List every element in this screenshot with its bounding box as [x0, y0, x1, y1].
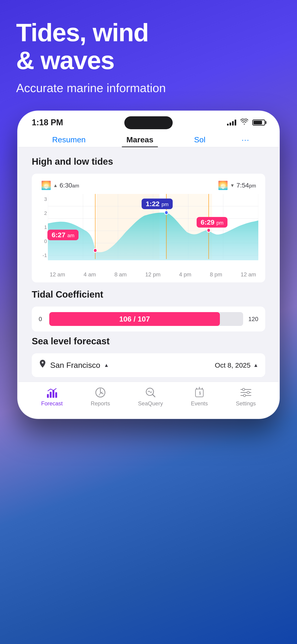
- hero-subtitle: Accurate marine information: [16, 81, 166, 95]
- time-4pm: 4 pm: [179, 271, 191, 278]
- hero-section: Tides, wind& waves Accurate marine infor…: [16, 18, 166, 95]
- tide-chart-card: 🌅 ▲ 6:30am 🌅 ▼ 7:54pm: [32, 174, 265, 282]
- nav-reports[interactable]: Reports: [91, 386, 110, 407]
- sunrise-arrow: ▲: [53, 183, 58, 188]
- nav-forecast[interactable]: Forecast: [41, 386, 62, 407]
- status-time: 1:18 PM: [32, 118, 63, 127]
- tooltip-low-tide-pm: 6:29 pm: [196, 217, 228, 228]
- nav-reports-label: Reports: [91, 400, 110, 407]
- tidal-value: 106 / 107: [119, 315, 150, 324]
- sunrise-value: 6:30am: [60, 182, 79, 189]
- settings-icon: [239, 386, 253, 398]
- tab-resumen[interactable]: Resumen: [48, 133, 90, 146]
- tab-mareas[interactable]: Mareas: [122, 133, 158, 146]
- wifi-icon: [240, 118, 248, 127]
- tidal-min-label: 0: [39, 316, 46, 323]
- y-label-0: 0: [39, 238, 47, 244]
- svg-line-26: [152, 394, 155, 397]
- location-left: San Francisco ▲: [39, 360, 109, 370]
- svg-point-18: [164, 211, 168, 215]
- sunset-icon: 🌅: [218, 180, 228, 190]
- dynamic-island: [124, 116, 173, 129]
- tab-bar: Resumen Mareas Sol ···: [18, 131, 279, 147]
- date-section[interactable]: Oct 8, 2025 ▲: [215, 362, 258, 369]
- tidal-bar-card: 0 106 / 107 120: [32, 306, 265, 332]
- y-label-2: 2: [39, 210, 47, 216]
- tab-sol[interactable]: Sol: [190, 133, 210, 146]
- signal-bars-icon: [227, 120, 236, 126]
- svg-point-32: [243, 394, 246, 397]
- phone-screen: 1:18 PM: [18, 111, 279, 418]
- nav-forecast-label: Forecast: [41, 400, 62, 407]
- location-name: San Francisco: [50, 361, 100, 370]
- tide-chart: 3 2 1 0 -1: [39, 194, 258, 268]
- tidal-bar-track: 106 / 107: [49, 312, 243, 326]
- date-expand-icon[interactable]: ▲: [253, 362, 258, 368]
- phone-frame: 1:18 PM: [17, 110, 280, 419]
- nav-events-label: Events: [191, 400, 208, 407]
- sunrise-icon: 🌅: [41, 180, 51, 190]
- tidal-coefficient-section: Tidal Coefficient 0 106 / 107 120: [32, 289, 265, 332]
- location-pin-icon: [39, 360, 46, 370]
- sea-level-section: Sea level forecast San Francisco ▲: [32, 336, 265, 377]
- svg-point-19: [207, 228, 210, 232]
- svg-point-31: [247, 391, 249, 394]
- time-12pm: 12 pm: [145, 271, 161, 278]
- bottom-nav: Forecast Reports: [18, 382, 279, 418]
- time-8pm: 8 pm: [210, 271, 222, 278]
- time-12am: 12 am: [50, 271, 65, 278]
- section-title-sea-level: Sea level forecast: [32, 336, 265, 346]
- nav-settings[interactable]: Settings: [236, 386, 256, 407]
- nav-seaquery-label: SeaQuery: [138, 400, 163, 407]
- tidal-bar-row: 0 106 / 107 120: [39, 312, 258, 326]
- sun-times: 🌅 ▲ 6:30am 🌅 ▼ 7:54pm: [39, 180, 258, 190]
- sunrise-time: 🌅 ▲ 6:30am: [41, 180, 79, 190]
- section-title-tidal: Tidal Coefficient: [32, 289, 265, 300]
- svg-point-17: [94, 248, 97, 252]
- content-area: High and low tides 🌅 ▲ 6:30am 🌅: [18, 147, 279, 382]
- signal-bar-2: [230, 122, 231, 126]
- phone-mockup: 1:18 PM: [17, 110, 280, 419]
- svg-rect-23: [55, 392, 57, 398]
- signal-bar-3: [232, 121, 234, 126]
- y-label-1: 1: [39, 224, 47, 230]
- time-4am: 4 am: [84, 271, 96, 278]
- seaquery-icon: [144, 386, 158, 398]
- tidal-bar-fill: 106 / 107: [49, 312, 220, 326]
- tooltip-low-tide-am: 6:27 am: [48, 230, 78, 240]
- y-label-neg1: -1: [39, 252, 47, 258]
- sunset-arrow: ▼: [230, 183, 234, 188]
- chart-time-labels: 12 am 4 am 8 am 12 pm 4 pm 8 pm 12 am: [39, 271, 258, 278]
- svg-rect-22: [52, 390, 54, 398]
- location-date-row[interactable]: San Francisco ▲ Oct 8, 2025 ▲: [32, 353, 265, 377]
- time-8am: 8 am: [114, 271, 127, 278]
- section-title-tides: High and low tides: [32, 156, 265, 167]
- status-bar: 1:18 PM: [18, 111, 279, 131]
- battery-icon: [252, 120, 265, 126]
- signal-bar-4: [234, 120, 236, 126]
- nav-settings-label: Settings: [236, 400, 256, 407]
- nav-events[interactable]: Events: [191, 386, 208, 407]
- svg-rect-20: [47, 394, 49, 398]
- y-label-3: 3: [39, 196, 47, 202]
- nav-seaquery[interactable]: SeaQuery: [138, 386, 163, 407]
- reports-icon: [94, 386, 107, 398]
- sunset-value: 7:54pm: [236, 182, 256, 189]
- hero-title: Tides, wind& waves: [16, 18, 166, 74]
- tidal-max-label: 120: [247, 316, 258, 323]
- svg-rect-21: [50, 392, 52, 398]
- location-expand-icon[interactable]: ▲: [104, 362, 109, 368]
- tab-more[interactable]: ···: [242, 135, 249, 144]
- sunset-time: 🌅 ▼ 7:54pm: [218, 180, 256, 190]
- time-12am-end: 12 am: [240, 271, 256, 278]
- events-icon: [192, 386, 206, 398]
- svg-point-30: [242, 388, 245, 391]
- date-value: Oct 8, 2025: [215, 362, 250, 369]
- y-axis-labels: 3 2 1 0 -1: [39, 196, 47, 258]
- tooltip-high-tide: 1:22 pm: [142, 198, 173, 209]
- status-icons: [227, 118, 265, 127]
- signal-bar-1: [227, 124, 228, 126]
- forecast-icon: [45, 386, 59, 398]
